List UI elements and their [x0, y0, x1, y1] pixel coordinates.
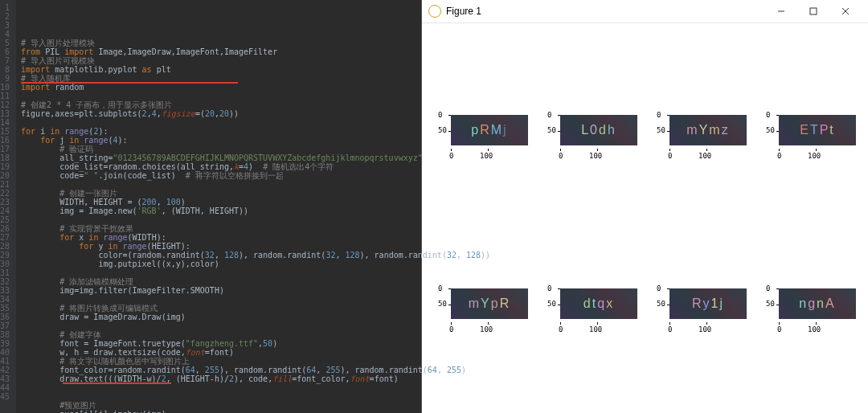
minimize-button[interactable] [765, 0, 797, 22]
highlight-underline [21, 82, 238, 84]
highlight-underline [63, 382, 171, 384]
subplot: 050ETPt0100 [761, 112, 864, 162]
captcha-image: dtqx [560, 288, 637, 319]
close-button[interactable] [829, 0, 862, 22]
app-icon [428, 5, 441, 18]
captcha-image: ngnA [779, 288, 856, 319]
captcha-image: L0dh [560, 115, 637, 145]
subplot: 050mYpR0100 [433, 285, 536, 335]
code-editor[interactable]: 1234567891011121314151617181920212223242… [0, 0, 421, 413]
captcha-image: Ry1j [669, 288, 747, 319]
line-gutter: 1234567891011121314151617181920212223242… [0, 0, 16, 413]
subplot: 050ngnA0100 [761, 285, 864, 335]
subplot: 050pRMj0100 [433, 112, 536, 162]
maximize-button[interactable] [797, 0, 829, 22]
captcha-image: mYmz [669, 115, 747, 145]
subplot: 050L0dh0100 [542, 112, 645, 162]
subplot: 050mYmz0100 [652, 112, 755, 162]
subplot: 050Ry1j0100 [652, 285, 755, 335]
captcha-image: mYpR [451, 288, 528, 319]
captcha-image: pRMj [451, 115, 528, 145]
subplot: 050dtqx0100 [542, 285, 645, 335]
captcha-image: ETPt [779, 115, 856, 145]
svg-rect-1 [810, 8, 817, 14]
code-area[interactable]: # 导入图片处理模块from PIL import Image,ImageDra… [16, 0, 493, 413]
